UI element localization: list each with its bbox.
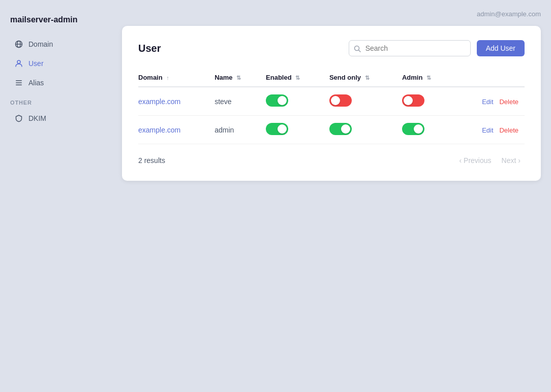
svg-rect-5 <box>16 82 22 83</box>
user-name-cell: steve <box>215 87 266 116</box>
domain-link[interactable]: example.com <box>138 126 180 134</box>
col-send-only[interactable]: Send only ⇅ <box>329 69 402 87</box>
user-name-cell: admin <box>215 116 266 144</box>
svg-point-3 <box>17 60 20 63</box>
svg-rect-4 <box>16 80 22 81</box>
chevron-left-icon: ‹ <box>459 156 462 165</box>
sidebar: mailserver-admin Domain User <box>0 0 112 392</box>
delete-button[interactable]: Delete <box>499 98 518 106</box>
edit-button[interactable]: Edit <box>482 98 493 106</box>
sort-icon-name: ⇅ <box>236 75 241 81</box>
table-row: example.comadmin Edit Delete <box>138 116 525 144</box>
sidebar-item-alias-label: Alias <box>28 79 44 87</box>
main-content: admin@example.com User Add User <box>112 0 551 392</box>
globe-icon <box>14 40 23 49</box>
chevron-right-icon: › <box>518 156 521 165</box>
col-domain[interactable]: Domain ↑ <box>138 69 215 87</box>
sidebar-item-domain-label: Domain <box>28 40 53 48</box>
admin-email: admin@example.com <box>477 10 541 18</box>
pagination: ‹ Previous Next › <box>455 154 525 167</box>
send-only-toggle[interactable] <box>329 123 352 135</box>
send-only-toggle[interactable] <box>329 94 352 107</box>
sort-asc-icon: ↑ <box>166 75 169 81</box>
svg-rect-6 <box>16 85 22 86</box>
card-header: User Add User <box>138 40 525 56</box>
add-user-button[interactable]: Add User <box>477 40 525 56</box>
search-input[interactable] <box>349 40 471 56</box>
sidebar-item-domain[interactable]: Domain <box>4 35 108 53</box>
users-table: Domain ↑ Name ⇅ Enabled ⇅ Send only ⇅ <box>138 69 525 144</box>
table-footer: 2 results ‹ Previous Next › <box>138 154 525 167</box>
sidebar-item-alias[interactable]: Alias <box>4 74 108 92</box>
table-header-row: Domain ↑ Name ⇅ Enabled ⇅ Send only ⇅ <box>138 69 525 87</box>
sort-icon-admin: ⇅ <box>426 75 431 81</box>
enabled-toggle[interactable] <box>266 123 288 135</box>
sidebar-item-user-label: User <box>28 59 44 68</box>
delete-button[interactable]: Delete <box>499 126 518 134</box>
search-wrapper <box>349 40 471 56</box>
sort-icon-send-only: ⇅ <box>365 75 370 81</box>
previous-button[interactable]: ‹ Previous <box>455 154 495 167</box>
list-icon <box>14 78 23 87</box>
sidebar-item-dkim[interactable]: DKIM <box>4 109 108 127</box>
actions-cell: Edit Delete <box>457 87 525 116</box>
page-title: User <box>138 43 161 54</box>
next-button[interactable]: Next › <box>498 154 525 167</box>
admin-toggle[interactable] <box>402 94 424 107</box>
other-section-label: OTHER <box>0 92 112 109</box>
col-enabled[interactable]: Enabled ⇅ <box>266 69 329 87</box>
enabled-toggle[interactable] <box>266 94 288 107</box>
edit-button[interactable]: Edit <box>482 126 493 134</box>
sidebar-item-user[interactable]: User <box>4 54 108 73</box>
sort-icon-enabled: ⇅ <box>295 75 300 81</box>
search-icon <box>354 44 361 53</box>
admin-toggle[interactable] <box>402 123 424 135</box>
user-card: User Add User Do <box>122 26 541 181</box>
user-icon <box>14 59 23 68</box>
top-bar: admin@example.com <box>122 10 541 18</box>
actions-cell: Edit Delete <box>457 116 525 144</box>
domain-link[interactable]: example.com <box>138 97 180 106</box>
col-name[interactable]: Name ⇅ <box>215 69 266 87</box>
svg-line-8 <box>358 50 360 52</box>
results-count: 2 results <box>138 156 165 165</box>
card-header-actions: Add User <box>349 40 525 56</box>
app-title: mailserver-admin <box>0 10 112 35</box>
col-admin[interactable]: Admin ⇅ <box>402 69 457 87</box>
sidebar-item-dkim-label: DKIM <box>28 114 46 122</box>
shield-icon <box>14 114 23 123</box>
table-row: example.comsteve Edit Delete <box>138 87 525 116</box>
col-actions <box>457 69 525 87</box>
